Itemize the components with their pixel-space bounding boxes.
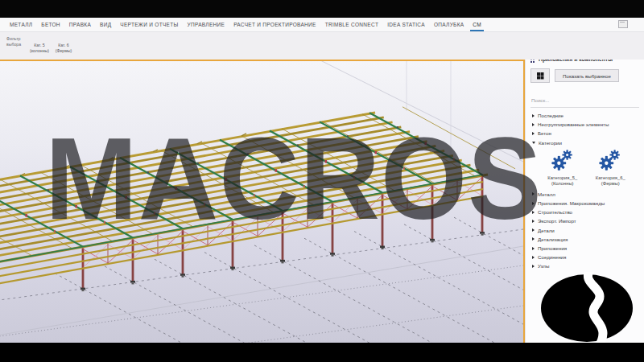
- tree-item-label: Узлы: [538, 263, 549, 269]
- category-tree: Последние Несгруппированные элементы Бет…: [526, 108, 644, 271]
- selection-filter-label: Фильтр выбора: [6, 36, 29, 47]
- tree-item-steel[interactable]: Металл: [526, 190, 644, 199]
- tree-item-applications[interactable]: Приложения: [526, 244, 644, 253]
- window-title-bar: [0, 0, 644, 18]
- tile-category-6-trusses[interactable]: Категория_6_ (Фермы): [587, 150, 635, 187]
- tab-chertezhi[interactable]: ЧЕРТЕЖИ И ОТЧЕТЫ: [120, 18, 178, 31]
- tab-metall[interactable]: МЕТАЛЛ: [10, 18, 32, 31]
- tile-category-5-columns[interactable]: Категория_5_ (Колонны): [539, 150, 587, 187]
- tree-item-label: Категории: [539, 140, 562, 146]
- tree-item-concrete[interactable]: Бетон: [526, 129, 644, 138]
- model-3d-viewport[interactable]: [0, 61, 523, 343]
- view-border-top: [0, 60, 525, 61]
- window-icon[interactable]: [618, 20, 628, 28]
- gears-icon: [597, 150, 623, 172]
- tree-item-categories-expanded[interactable]: Категории: [526, 138, 644, 147]
- tree-item-label: Бетон: [538, 130, 551, 136]
- triangle-right-icon: [532, 220, 535, 223]
- tree-item-label: Экспорт. Импорт: [538, 218, 576, 224]
- tab-vid[interactable]: ВИД: [100, 18, 111, 31]
- bottom-black-bar: [0, 343, 644, 362]
- tree-item-label: Последние: [538, 113, 564, 118]
- triangle-right-icon: [532, 256, 535, 259]
- tree-item-joints[interactable]: Узлы: [526, 261, 644, 270]
- filter-detail: (колонны): [27, 48, 52, 54]
- tab-trimble-connect[interactable]: TRIMBLE CONNECT: [325, 18, 379, 31]
- tree-item-detailing[interactable]: Детализация: [526, 235, 644, 244]
- tab-idea-statica[interactable]: IDEA STATICA: [387, 18, 425, 31]
- gears-icon: [550, 150, 576, 172]
- thumbnail-view-button[interactable]: [530, 68, 550, 83]
- tab-beton[interactable]: БЕТОН: [41, 18, 60, 31]
- steel-frame-model: [0, 61, 523, 343]
- triangle-right-icon: [532, 211, 535, 214]
- tab-sm-active[interactable]: СМ: [473, 18, 481, 31]
- search-input[interactable]: [530, 97, 641, 104]
- tile-detail: (Фермы): [587, 181, 635, 187]
- tree-item-label: Соединения: [538, 254, 566, 260]
- tree-item-macros[interactable]: Приложения. Макрокоманды: [526, 199, 644, 208]
- view-border-right: [523, 60, 525, 343]
- show-selected-button[interactable]: Показать выбранное: [555, 69, 619, 82]
- selection-toolbar: Фильтр выбора Кат. 5 (колонны) Кат. 6 (Ф…: [0, 32, 644, 60]
- ribbon-menu: МЕТАЛЛ БЕТОН ПРАВКА ВИД ЧЕРТЕЖИ И ОТЧЕТЫ…: [0, 18, 644, 32]
- triangle-right-icon: [532, 132, 535, 135]
- tree-item-ungrouped[interactable]: Несгруппированные элементы: [526, 120, 644, 129]
- tab-pravka[interactable]: ПРАВКА: [69, 18, 91, 31]
- tab-raschet[interactable]: РАСЧЕТ И ПРОЕКТИРОВАНИЕ: [233, 18, 316, 31]
- tree-item-label: Приложения. Макрокоманды: [538, 200, 605, 206]
- tree-item-label: Несгруппированные элементы: [538, 121, 609, 127]
- tile-name: Категория_5_: [539, 175, 587, 182]
- company-s-logo: [540, 272, 634, 344]
- tab-opalubka[interactable]: ОПАЛУБКА: [434, 18, 464, 31]
- tree-item-export-import[interactable]: Экспорт. Импорт: [526, 216, 644, 225]
- filter-category-5-button[interactable]: Кат. 5 (колонны): [27, 43, 52, 54]
- tree-item-connections[interactable]: Соединения: [526, 253, 644, 261]
- triangle-right-icon: [532, 247, 535, 250]
- tree-item-recent[interactable]: Последние: [526, 111, 644, 120]
- tree-item-label: Металл: [538, 191, 555, 197]
- triangle-down-icon: [532, 142, 535, 144]
- tile-name: Категория_6_: [587, 175, 635, 182]
- applications-components-panel: Приложения и компоненты Показать выбранн…: [525, 48, 644, 343]
- tree-item-label: Детали: [538, 228, 555, 233]
- triangle-right-icon: [532, 114, 535, 117]
- triangle-right-icon: [532, 202, 535, 205]
- tree-item-label: Строительство: [538, 209, 572, 215]
- category-tiles: Категория_5_ (Колонны) Категория_6_ (Фер…: [526, 147, 644, 190]
- tab-upravlenie[interactable]: УПРАВЛЕНИЕ: [188, 18, 225, 31]
- grid-view-icon: [537, 72, 543, 79]
- tree-item-construction[interactable]: Строительство: [526, 208, 644, 216]
- tile-detail: (Колонны): [539, 181, 587, 187]
- filter-detail: (Фермы): [51, 48, 76, 54]
- triangle-right-icon: [532, 228, 535, 232]
- tree-item-parts[interactable]: Детали: [526, 226, 644, 235]
- filter-name: Кат. 5: [27, 43, 52, 48]
- triangle-right-icon: [532, 265, 535, 268]
- triangle-right-icon: [532, 192, 535, 195]
- triangle-right-icon: [532, 123, 535, 126]
- tree-item-label: Детализация: [538, 237, 568, 242]
- tree-item-label: Приложения: [538, 245, 567, 251]
- filter-name: Кат. 6: [51, 43, 76, 48]
- filter-category-6-button[interactable]: Кат. 6 (Фермы): [51, 43, 76, 54]
- triangle-right-icon: [532, 237, 535, 241]
